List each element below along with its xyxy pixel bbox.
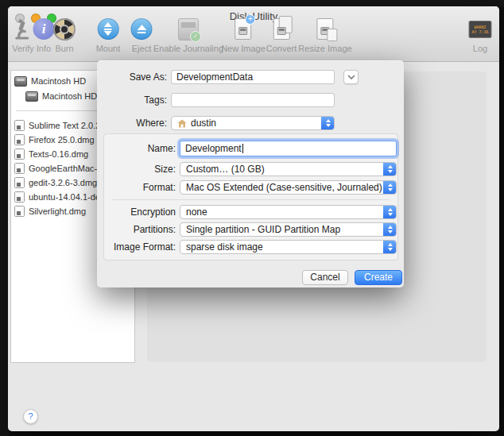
disk-image-icon bbox=[14, 134, 25, 145]
popup-stepper-icon bbox=[383, 240, 397, 254]
popup-stepper-icon bbox=[321, 116, 335, 130]
hard-drive-icon bbox=[14, 76, 27, 87]
help-button[interactable]: ? bbox=[23, 409, 38, 424]
burn-disc-icon bbox=[53, 18, 76, 41]
toolbar-resize-image[interactable]: Resize Image bbox=[298, 16, 351, 53]
image-format-popup[interactable]: sparse disk image bbox=[180, 240, 397, 254]
sidebar-item-label: Sublime Text 2.0.2 bbox=[29, 121, 100, 130]
name-input[interactable]: Development bbox=[180, 141, 397, 156]
toolbar-convert[interactable]: Convert bbox=[266, 16, 297, 53]
disk-image-icon bbox=[14, 163, 25, 174]
toolbar-enable-journaling[interactable]: ✓ Enable Journaling bbox=[153, 16, 223, 53]
sidebar-item-label: Macintosh HD bbox=[42, 91, 97, 101]
group-divider bbox=[112, 199, 390, 200]
toolbar-eject[interactable]: Eject bbox=[131, 16, 153, 53]
toolbar-log[interactable]: WARNI AY 7:36 Log bbox=[469, 16, 492, 53]
toolbar-label: Eject bbox=[132, 44, 151, 53]
toolbar-label: Mount bbox=[96, 44, 121, 53]
sidebar-item-label: ubuntu-14.04.1-de bbox=[29, 192, 100, 202]
toolbar-verify[interactable]: Verify bbox=[12, 16, 34, 53]
expand-sheet-button[interactable] bbox=[343, 70, 359, 84]
size-label: Size: bbox=[104, 162, 176, 176]
encryption-popup[interactable]: none bbox=[180, 205, 397, 219]
info-icon: i bbox=[33, 18, 55, 40]
save-as-input[interactable]: DevelopmentData bbox=[171, 70, 335, 84]
toolbar-label: Convert bbox=[266, 44, 297, 53]
eject-icon bbox=[131, 18, 153, 40]
cancel-button[interactable]: Cancel bbox=[302, 270, 348, 285]
format-popup[interactable]: Mac OS Extended (Case-sensitive, Journal… bbox=[180, 180, 397, 195]
disk-image-icon bbox=[14, 149, 25, 160]
format-label: Format: bbox=[104, 180, 176, 195]
convert-icon bbox=[273, 18, 290, 40]
green-check-icon: ✓ bbox=[190, 31, 201, 42]
sidebar-item-label: GoogleEarthMac-I bbox=[29, 164, 99, 173]
toolbar-label: Verify bbox=[12, 44, 34, 53]
sidebar-item-label: gedit-3.2.6-3.dmg bbox=[29, 178, 97, 187]
resize-image-icon bbox=[316, 18, 333, 40]
window-header: Disk Utility Verify i Info bbox=[8, 6, 499, 62]
create-button[interactable]: Create bbox=[355, 270, 402, 285]
disk-image-icon bbox=[14, 120, 25, 131]
disk-image-icon bbox=[14, 191, 25, 203]
tags-label: Tags: bbox=[97, 93, 167, 107]
popup-stepper-icon bbox=[383, 222, 397, 237]
toolbar-label: Info bbox=[37, 44, 51, 53]
toolbar-new-image[interactable]: + New Image bbox=[221, 16, 266, 53]
partitions-label: Partitions: bbox=[104, 222, 176, 237]
encryption-label: Encryption bbox=[104, 205, 176, 219]
sidebar-item-label: Firefox 25.0.dmg bbox=[29, 135, 95, 145]
toolbar-label: Resize Image bbox=[298, 44, 351, 53]
sidebar-item-label: Silverlight.dmg bbox=[29, 206, 86, 216]
enable-journaling-icon: ✓ bbox=[178, 18, 199, 41]
save-as-label: Save As: bbox=[97, 70, 167, 84]
toolbar-label: New Image bbox=[221, 44, 266, 53]
disk-image-icon bbox=[14, 206, 25, 217]
hard-drive-icon bbox=[25, 91, 38, 102]
popup-stepper-icon bbox=[383, 180, 397, 195]
toolbar-label: Enable Journaling bbox=[153, 44, 223, 53]
popup-stepper-icon bbox=[383, 162, 397, 176]
sidebar-item-label: Texts-0.16.dmg bbox=[29, 149, 88, 159]
mount-icon bbox=[97, 18, 118, 40]
home-folder-icon bbox=[177, 119, 187, 128]
toolbar-info[interactable]: i Info bbox=[33, 16, 55, 53]
disk-utility-window: Disk Utility Verify i Info bbox=[8, 6, 499, 431]
plus-badge-icon: + bbox=[245, 14, 255, 25]
toolbar-mount[interactable]: Mount bbox=[96, 16, 121, 53]
where-popup[interactable]: dustin bbox=[171, 116, 335, 130]
image-format-label: Image Format: bbox=[104, 240, 176, 254]
toolbar-label: Burn bbox=[55, 44, 73, 53]
chevron-down-icon bbox=[347, 75, 355, 79]
toolbar-label: Log bbox=[473, 44, 487, 53]
log-console-icon: WARNI AY 7:36 bbox=[469, 21, 492, 38]
new-image-sheet: Save As: DevelopmentData Tags: Where: du… bbox=[97, 60, 404, 287]
where-label: Where: bbox=[97, 116, 167, 130]
name-label: Name: bbox=[104, 141, 176, 156]
toolbar-burn[interactable]: Burn bbox=[53, 16, 76, 53]
tags-input[interactable] bbox=[171, 93, 335, 107]
text-caret bbox=[242, 144, 243, 153]
size-popup[interactable]: Custom… (10 GB) bbox=[180, 162, 397, 176]
verify-microscope-icon bbox=[14, 16, 33, 42]
image-options-group: Name: Development Size: Custom… (10 GB) … bbox=[103, 133, 398, 260]
sidebar-item-label: Macintosh HD bbox=[31, 76, 86, 86]
disk-image-icon bbox=[14, 177, 25, 188]
popup-stepper-icon bbox=[383, 205, 397, 219]
partitions-popup[interactable]: Single partition - GUID Partition Map bbox=[180, 222, 397, 237]
new-image-icon: + bbox=[235, 18, 251, 40]
